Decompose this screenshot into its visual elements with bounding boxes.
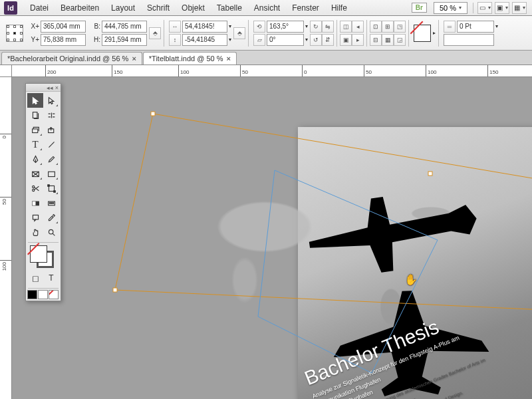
vertical-ruler[interactable]: 0 50 100 [0,77,12,399]
line-tool[interactable] [43,137,59,152]
stroke-weight-input[interactable]: 0 Pt [457,21,494,33]
bridge-button[interactable]: Br [412,3,427,13]
content-collector-tool[interactable] [27,122,43,137]
gradient-swatch-tool[interactable] [27,196,43,210]
control-bar: X+365,004 mm Y+75,838 mm B:444,785 mm H:… [0,16,532,51]
tab-label: *Titelblatt.indd @ 50 % [149,55,223,63]
close-icon[interactable]: × [226,55,230,63]
width-label: B: [90,23,100,30]
height-input[interactable]: 291,594 mm [102,34,147,46]
svg-rect-24 [33,215,38,219]
menu-type[interactable]: Schrift [141,3,176,13]
rectangle-tool[interactable] [43,166,59,181]
width-input[interactable]: 444,785 mm [102,21,147,33]
document-tab[interactable]: *Titelblatt.indd @ 50 % × [143,52,237,65]
fit-proportional-icon[interactable]: ◳ [394,21,406,33]
free-transform-tool[interactable] [43,181,59,196]
scale-y-icon: ↕ [169,34,181,46]
menu-table[interactable]: Tabelle [211,3,248,13]
svg-point-22 [51,202,52,203]
fill-swatch[interactable] [414,25,431,42]
apply-none-icon[interactable] [49,290,59,299]
svg-point-14 [32,186,34,188]
auto-fit-icon[interactable]: ◲ [394,34,406,46]
fill-frame-icon[interactable]: ▦ [382,34,394,46]
svg-rect-2 [113,288,117,292]
rotate-icon: ⟲ [253,21,265,33]
menu-object[interactable]: Objekt [176,3,211,13]
shear-input[interactable]: 0° [267,34,304,46]
default-colors-row [26,290,61,301]
hand-tool[interactable] [27,225,43,239]
svg-point-21 [49,202,51,203]
menu-bar: Id Datei Bearbeiten Layout Schrift Objek… [0,0,532,16]
direct-selection-tool[interactable] [43,93,59,108]
constrain-proportions-icon[interactable]: ⬘ [149,27,161,39]
screen-mode-dropdown[interactable]: ▣ [495,2,509,14]
rotation-input[interactable]: 163,5° [267,21,304,33]
rotate-cw-icon[interactable]: ↻ [310,21,322,33]
document-tab[interactable]: *Bachelorarbeit Original.indd @ 56 % × [1,52,142,65]
content-placer-tool[interactable] [43,122,59,137]
tools-panel[interactable]: ◂◂ × T ◻ T [25,83,61,301]
scissors-tool[interactable] [27,181,43,196]
scale-y-input[interactable]: -54,41845 [182,34,227,46]
zoom-tool[interactable] [43,225,59,239]
fit-content-icon[interactable]: ⊡ [370,21,382,33]
x-position-input[interactable]: 365,004 mm [41,21,86,33]
pen-tool[interactable] [27,152,43,166]
menu-view[interactable]: Ansicht [248,3,286,13]
eyedropper-tool[interactable] [43,210,59,225]
menu-help[interactable]: Hilfe [325,3,353,13]
select-prev-icon[interactable]: ◂ [352,21,364,33]
menu-edit[interactable]: Bearbeiten [55,3,105,13]
note-tool[interactable] [27,210,43,225]
scale-x-input[interactable]: 54,41845! [182,21,227,33]
close-icon[interactable]: × [132,55,136,63]
rectangle-frame-tool[interactable] [27,166,43,181]
type-tool[interactable]: T [27,137,43,152]
fill-stroke-swatch[interactable] [27,244,59,268]
stroke-style-select[interactable] [444,34,494,46]
horizontal-ruler[interactable]: 200 150 100 50 0 50 100 150 [12,65,532,77]
gap-tool[interactable] [43,108,59,122]
selection-tool[interactable] [27,93,43,108]
menu-layout[interactable]: Layout [105,3,141,13]
center-content-icon[interactable]: ⊞ [382,21,394,33]
svg-rect-6 [32,128,37,132]
page-tool[interactable] [27,108,43,122]
svg-rect-19 [32,201,35,205]
formatting-container-icon[interactable]: ◻ [27,271,43,285]
svg-point-23 [53,202,54,203]
view-options-dropdown[interactable]: ▭ [477,2,492,14]
zoom-level-select[interactable]: 50 % [434,2,467,14]
stroke-weight-icon: ═ [444,21,456,33]
menu-window[interactable]: Fenster [286,3,325,13]
panel-header[interactable]: ◂◂ × [26,84,61,92]
apply-gradient-icon[interactable] [38,290,48,299]
flip-vertical-icon[interactable]: ⇵ [322,34,334,46]
menu-file[interactable]: Datei [24,3,55,13]
select-content-icon[interactable]: ▣ [340,34,352,46]
app-logo: Id [4,1,17,15]
select-container-icon[interactable]: ◫ [340,21,352,33]
constrain-scale-icon[interactable]: ⬘ [233,27,245,39]
svg-rect-17 [53,190,55,192]
document-tab-bar: *Bachelorarbeit Original.indd @ 56 % × *… [0,51,532,65]
arrange-documents-dropdown[interactable]: ▦ [512,2,527,14]
reference-point-proxy[interactable] [6,25,23,42]
rotate-ccw-icon[interactable]: ↺ [310,34,322,46]
pencil-tool[interactable] [43,152,59,166]
y-position-input[interactable]: 75,838 mm [41,34,86,46]
document-canvas[interactable]: Bachelor Thesis Analyse zur Signaletik-K… [12,77,532,399]
x-label: X+ [29,23,39,30]
select-next-icon[interactable]: ▸ [352,34,364,46]
fit-frame-icon[interactable]: ⊟ [370,34,382,46]
page[interactable]: Bachelor Thesis Analyse zur Signaletik-K… [298,127,532,399]
formatting-text-icon[interactable]: T [43,271,59,285]
ruler-origin[interactable] [0,65,12,77]
apply-color-icon[interactable] [27,290,37,299]
shear-icon: ▱ [253,34,265,46]
flip-horizontal-icon[interactable]: ⇋ [322,21,334,33]
gradient-feather-tool[interactable] [43,196,59,210]
